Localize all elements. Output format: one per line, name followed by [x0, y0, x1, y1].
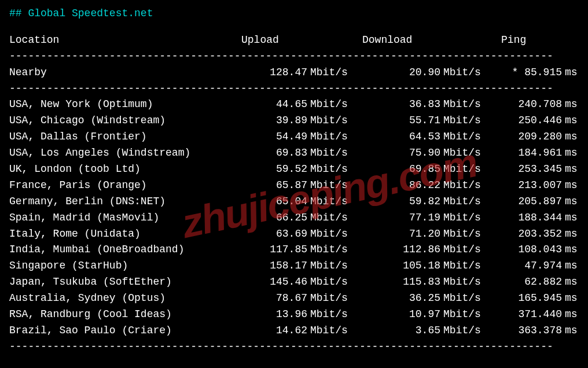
ping-unit: ms [562, 161, 588, 178]
divider-line: ----------------------------------------… [9, 49, 576, 65]
nearby-location: Nearby [9, 65, 223, 81]
table-row: Singapore (StarHub)158.17Mbit/s105.18Mbi… [9, 258, 579, 274]
row-location: India, Mumbai (OneBroadband) [9, 242, 223, 258]
speed-unit: Mbit/s [307, 226, 351, 242]
row-location: Singapore (StarHub) [9, 258, 223, 274]
row-download: 71.20 [351, 226, 440, 242]
row-location: RSA, Randburg (Cool Ideas) [9, 307, 223, 323]
table-row: USA, New York (Optimum)44.65Mbit/s36.83M… [9, 97, 579, 113]
table-row: Brazil, Sao Paulo (Criare)14.62Mbit/s3.6… [9, 323, 579, 339]
table-row: Germany, Berlin (DNS:NET)65.04Mbit/s59.8… [9, 194, 579, 210]
speed-unit: Mbit/s [440, 97, 484, 113]
table-row: France, Paris (Orange)65.87Mbit/s86.22Mb… [9, 178, 579, 194]
speed-unit: Mbit/s [307, 178, 351, 194]
ping-unit: ms [562, 242, 588, 258]
table-row: India, Mumbai (OneBroadband)117.85Mbit/s… [9, 242, 579, 258]
nearby-ping: * 85.915 [484, 65, 562, 81]
speed-unit: Mbit/s [307, 161, 351, 178]
ping-unit: ms [562, 178, 588, 194]
row-download: 112.86 [351, 242, 440, 258]
ping-unit: ms [562, 113, 588, 129]
ping-unit: ms [562, 307, 588, 323]
table-row: Spain, Madrid (MasMovil)66.25Mbit/s77.19… [9, 210, 579, 226]
row-ping: 108.043 [484, 242, 562, 258]
row-ping: 47.974 [484, 258, 562, 274]
row-download: 69.85 [351, 161, 440, 178]
ping-unit: ms [562, 129, 588, 145]
ping-unit: ms [562, 290, 588, 307]
speed-unit: Mbit/s [307, 323, 351, 339]
row-upload: 59.52 [223, 161, 307, 178]
table-header: Location Upload Download Ping [9, 32, 579, 49]
speed-unit: Mbit/s [440, 290, 484, 307]
table-row: Italy, Rome (Unidata)63.69Mbit/s71.20Mbi… [9, 226, 579, 242]
row-location: Italy, Rome (Unidata) [9, 226, 223, 242]
row-ping: 209.280 [484, 129, 562, 145]
ping-unit: ms [562, 274, 588, 290]
speed-unit: Mbit/s [307, 274, 351, 290]
speed-unit: Mbit/s [307, 290, 351, 307]
speed-unit: Mbit/s [440, 323, 484, 339]
row-location: USA, Los Angeles (Windstream) [9, 145, 223, 161]
speed-unit: Mbit/s [440, 65, 484, 81]
row-download: 36.25 [351, 290, 440, 307]
row-download: 75.90 [351, 145, 440, 161]
ping-unit: ms [562, 258, 588, 274]
speed-unit: Mbit/s [440, 161, 484, 178]
row-location: USA, Dallas (Frontier) [9, 129, 223, 145]
row-upload: 78.67 [223, 290, 307, 307]
row-upload: 13.96 [223, 307, 307, 323]
row-upload: 66.25 [223, 210, 307, 226]
row-ping: 184.961 [484, 145, 562, 161]
data-rows: USA, New York (Optimum)44.65Mbit/s36.83M… [9, 97, 579, 338]
row-ping: 205.897 [484, 194, 562, 210]
row-download: 36.83 [351, 97, 440, 113]
row-download: 55.71 [351, 113, 440, 129]
speed-unit: Mbit/s [440, 226, 484, 242]
row-download: 105.18 [351, 258, 440, 274]
speed-unit: Mbit/s [440, 307, 484, 323]
ping-unit: ms [562, 323, 588, 339]
row-ping: 188.344 [484, 210, 562, 226]
speed-unit: Mbit/s [440, 113, 484, 129]
speed-unit: Mbit/s [440, 274, 484, 290]
row-ping: 203.352 [484, 226, 562, 242]
row-location: Germany, Berlin (DNS:NET) [9, 194, 223, 210]
section-title: ## Global Speedtest.net [9, 6, 579, 22]
table-row: UK, London (toob Ltd)59.52Mbit/s69.85Mbi… [9, 161, 579, 178]
ping-unit: ms [562, 194, 588, 210]
row-location: Japan, Tsukuba (SoftEther) [9, 274, 223, 290]
row-upload: 14.62 [223, 323, 307, 339]
row-download: 3.65 [351, 323, 440, 339]
row-upload: 65.04 [223, 194, 307, 210]
row-download: 115.83 [351, 274, 440, 290]
table-row: Japan, Tsukuba (SoftEther)145.46Mbit/s11… [9, 274, 579, 290]
ping-unit: ms [562, 145, 588, 161]
row-ping: 62.882 [484, 274, 562, 290]
nearby-upload: 128.47 [223, 65, 307, 81]
row-location: UK, London (toob Ltd) [9, 161, 223, 178]
row-upload: 39.89 [223, 113, 307, 129]
ping-unit: ms [562, 97, 588, 113]
speed-unit: Mbit/s [440, 145, 484, 161]
header-location: Location [9, 32, 223, 49]
row-ping: 253.345 [484, 161, 562, 178]
row-ping: 240.708 [484, 97, 562, 113]
row-upload: 69.83 [223, 145, 307, 161]
speed-unit: Mbit/s [307, 65, 351, 81]
spacer [440, 32, 484, 49]
speed-unit: Mbit/s [440, 194, 484, 210]
speed-unit: Mbit/s [307, 258, 351, 274]
row-location: Brazil, Sao Paulo (Criare) [9, 323, 223, 339]
nearby-download: 20.90 [351, 65, 440, 81]
speed-unit: Mbit/s [440, 129, 484, 145]
table-row: USA, Dallas (Frontier)54.49Mbit/s64.53Mb… [9, 129, 579, 145]
row-location: France, Paris (Orange) [9, 178, 223, 194]
speed-unit: Mbit/s [307, 145, 351, 161]
row-upload: 158.17 [223, 258, 307, 274]
speed-unit: Mbit/s [440, 242, 484, 258]
row-download: 77.19 [351, 210, 440, 226]
speed-unit: Mbit/s [307, 210, 351, 226]
table-row: USA, Los Angeles (Windstream)69.83Mbit/s… [9, 145, 579, 161]
speed-unit: Mbit/s [440, 210, 484, 226]
